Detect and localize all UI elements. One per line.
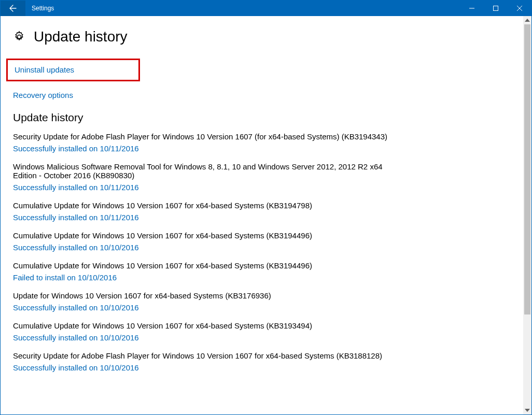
update-title: Cumulative Update for Windows 10 Version… (13, 201, 397, 210)
update-item: Windows Malicious Software Removal Tool … (13, 162, 517, 192)
update-item: Update for Windows 10 Version 1607 for x… (13, 291, 517, 312)
close-button[interactable] (508, 1, 531, 16)
svg-rect-1 (494, 6, 498, 11)
update-title: Security Update for Adobe Flash Player f… (13, 132, 397, 141)
titlebar: Settings (1, 1, 531, 16)
back-arrow-icon (9, 4, 17, 12)
update-status-link[interactable]: Successfully installed on 10/11/2016 (13, 183, 517, 192)
uninstall-updates-highlight: Uninstall updates (6, 59, 140, 81)
close-icon (517, 6, 522, 11)
update-title: Update for Windows 10 Version 1607 for x… (13, 291, 397, 300)
scroll-up-button[interactable] (523, 16, 531, 24)
update-item: Cumulative Update for Windows 10 Version… (13, 321, 517, 342)
update-item: Cumulative Update for Windows 10 Version… (13, 231, 517, 252)
update-status-link[interactable]: Successfully installed on 10/10/2016 (13, 303, 517, 312)
settings-window: Settings Update history Uninstall update… (0, 0, 532, 415)
update-title: Cumulative Update for Windows 10 Version… (13, 231, 397, 240)
vertical-scrollbar[interactable] (523, 16, 531, 414)
updates-list: Security Update for Adobe Flash Player f… (13, 132, 517, 372)
update-title: Windows Malicious Software Removal Tool … (13, 162, 397, 180)
update-item: Security Update for Adobe Flash Player f… (13, 132, 517, 153)
update-status-link[interactable]: Successfully installed on 10/11/2016 (13, 144, 517, 153)
section-title: Update history (13, 111, 517, 124)
content-area: Update history Uninstall updates Recover… (1, 16, 523, 414)
scroll-thumb[interactable] (524, 24, 530, 314)
scroll-down-button[interactable] (523, 406, 531, 414)
maximize-button[interactable] (484, 1, 508, 16)
update-status-link[interactable]: Successfully installed on 10/11/2016 (13, 213, 517, 222)
page-header: Update history (13, 28, 517, 45)
maximize-icon (493, 6, 498, 11)
minimize-icon (469, 6, 474, 11)
update-title: Cumulative Update for Windows 10 Version… (13, 321, 397, 330)
update-item: Security Update for Adobe Flash Player f… (13, 351, 517, 372)
content-wrap: Update history Uninstall updates Recover… (1, 16, 531, 414)
update-status-link[interactable]: Successfully installed on 10/10/2016 (13, 363, 517, 372)
app-title: Settings (32, 5, 460, 12)
update-title: Cumulative Update for Windows 10 Version… (13, 261, 397, 270)
update-status-link[interactable]: Successfully installed on 10/10/2016 (13, 333, 517, 342)
update-status-link[interactable]: Failed to install on 10/10/2016 (13, 273, 517, 282)
gear-icon (13, 31, 25, 43)
minimize-button[interactable] (460, 1, 484, 16)
update-title: Security Update for Adobe Flash Player f… (13, 351, 397, 360)
window-controls (460, 1, 531, 16)
uninstall-updates-link[interactable]: Uninstall updates (15, 65, 74, 74)
chevron-down-icon (525, 409, 530, 412)
chevron-up-icon (525, 19, 530, 22)
update-item: Cumulative Update for Windows 10 Version… (13, 201, 517, 222)
update-status-link[interactable]: Successfully installed on 10/10/2016 (13, 243, 517, 252)
recovery-options-link[interactable]: Recovery options (13, 91, 73, 99)
page-title: Update history (34, 28, 128, 45)
update-item: Cumulative Update for Windows 10 Version… (13, 261, 517, 282)
back-button[interactable] (1, 1, 25, 16)
